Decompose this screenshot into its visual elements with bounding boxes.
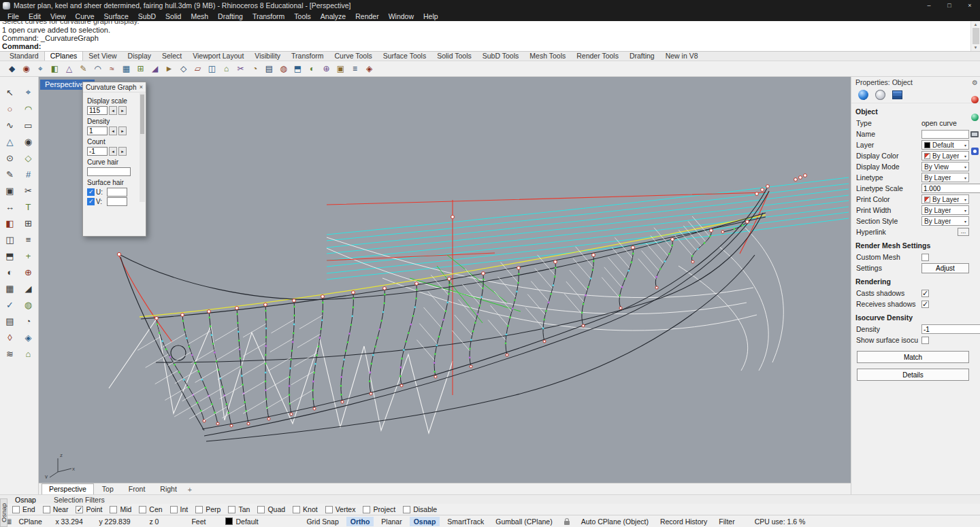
section-style-dropdown[interactable]: By Layer▾ — [921, 216, 969, 226]
tool-icon[interactable]: △ — [2, 134, 18, 149]
toolbar-icon[interactable]: ◆ — [5, 63, 18, 75]
layer-color-swatch[interactable] — [225, 517, 233, 525]
toolbar-icon[interactable]: ◈ — [363, 63, 376, 75]
print-width-dropdown[interactable]: By Layer▾ — [921, 205, 969, 215]
toolbar-tab[interactable]: Render Tools — [571, 52, 624, 61]
toolbar-icon[interactable]: ⌂ — [220, 63, 233, 75]
osnap-option[interactable]: Quad — [257, 505, 285, 513]
toolbar-icon[interactable]: ◢ — [148, 63, 161, 75]
toolbar-icon[interactable]: ⊕ — [320, 63, 333, 75]
checkbox[interactable] — [110, 506, 117, 513]
curve-hair-input[interactable] — [87, 167, 131, 176]
tool-icon[interactable]: ◍ — [20, 297, 37, 312]
tool-icon[interactable]: ◐ — [2, 265, 18, 279]
toolbar-tab[interactable]: Set View — [83, 52, 122, 61]
tool-icon[interactable]: ⬒ — [2, 248, 18, 263]
tool-icon[interactable]: ◇ — [20, 150, 37, 165]
station-curve[interactable] — [370, 288, 385, 394]
tool-icon[interactable]: ◠ — [20, 101, 37, 116]
linetype-scale-input[interactable] — [922, 184, 980, 192]
tool-icon[interactable]: ▤ — [2, 313, 18, 328]
side-tab-icon[interactable] — [971, 148, 979, 155]
toolbar-icon[interactable]: ✂ — [234, 63, 247, 75]
receives-shadows-checkbox[interactable] — [921, 301, 929, 308]
toolbar-tab[interactable]: New in V8 — [660, 52, 704, 61]
toolbar-icon[interactable]: ⬒ — [291, 63, 304, 75]
osnap-option[interactable]: Vertex — [325, 505, 356, 513]
menu-item[interactable]: Render — [350, 12, 383, 20]
osnap-option[interactable]: Tan — [228, 505, 250, 513]
tool-icon[interactable]: ▭ — [20, 118, 37, 133]
menu-item[interactable]: Solid — [161, 12, 186, 20]
units-button[interactable]: Feet — [191, 517, 223, 526]
menu-item[interactable]: Drafting — [213, 12, 248, 20]
side-tab-icon[interactable] — [971, 96, 979, 103]
tool-icon[interactable]: ∿ — [2, 118, 18, 133]
viewport-tab[interactable]: Perspective — [42, 483, 94, 494]
u-input[interactable] — [107, 188, 127, 197]
tool-icon[interactable]: ↖ — [2, 85, 18, 100]
toolbar-icon[interactable]: ⌖ — [34, 63, 47, 75]
status-toggle[interactable]: Record History — [656, 517, 711, 526]
toolbar-tab[interactable]: Viewport Layout — [187, 52, 249, 61]
toolbar-icon[interactable]: ◠ — [91, 63, 104, 75]
tool-icon[interactable]: ⌖ — [20, 85, 37, 100]
tool-icon[interactable]: ↔ — [2, 199, 18, 214]
properties-tab-icon[interactable] — [858, 90, 868, 100]
menu-item[interactable]: Curve — [71, 12, 99, 20]
checkbox[interactable] — [170, 506, 178, 513]
tool-icon[interactable]: ◔ — [20, 313, 37, 328]
checkbox[interactable] — [403, 506, 410, 513]
station-curve[interactable] — [182, 315, 218, 424]
tool-icon[interactable]: ⊕ — [20, 265, 37, 279]
tool-icon[interactable]: ◧ — [2, 216, 18, 231]
station-curve[interactable] — [265, 305, 269, 419]
toolbar-icon[interactable]: ▣ — [334, 63, 347, 75]
minimize-button[interactable]: – — [919, 0, 939, 11]
tool-icon[interactable]: ≋ — [2, 346, 18, 361]
dialog-titlebar[interactable]: Curvature Graph × — [83, 82, 146, 92]
status-toggle[interactable]: Auto CPlane (Object) — [577, 517, 653, 526]
display-mode-dropdown[interactable]: By View▾ — [921, 162, 969, 171]
material-tab-icon[interactable] — [875, 90, 885, 100]
osnap-option[interactable]: Near — [43, 505, 69, 513]
menu-item[interactable]: File — [3, 12, 24, 20]
decrease-button[interactable]: ◂ — [109, 147, 117, 156]
osnap-option[interactable]: Cen — [139, 505, 162, 513]
menu-item[interactable]: Edit — [24, 12, 46, 20]
increase-button[interactable]: ▸ — [118, 147, 127, 156]
toolbar-icon[interactable]: ◧ — [48, 63, 61, 75]
menu-item[interactable]: View — [46, 12, 71, 20]
tool-icon[interactable]: ✂ — [20, 183, 37, 198]
toolbar-tab[interactable]: Standard — [4, 52, 44, 61]
menu-item[interactable]: Help — [419, 12, 443, 20]
tool-icon[interactable]: ⊙ — [2, 150, 18, 165]
toolbar-icon[interactable]: ◉ — [20, 63, 33, 75]
count-input[interactable] — [87, 147, 108, 156]
toolbar-icon[interactable]: ◍ — [277, 63, 290, 75]
side-tab-icon[interactable] — [970, 131, 979, 137]
station-curve[interactable] — [289, 301, 295, 414]
tool-icon[interactable]: ◢ — [20, 281, 37, 296]
tab-selection-filters[interactable]: Selection Filters — [54, 496, 105, 504]
command-prompt[interactable]: Command: — [2, 42, 968, 50]
close-icon[interactable]: × — [140, 84, 143, 90]
osnap-option[interactable]: Knot — [293, 505, 318, 513]
menu-item[interactable]: Tools — [289, 12, 316, 20]
checkbox[interactable] — [76, 506, 83, 513]
toolbar-icon[interactable]: ⊞ — [134, 63, 147, 75]
osnap-option[interactable]: Perp — [195, 505, 220, 513]
toolbar-icon[interactable]: ▤ — [263, 63, 276, 75]
toolbar-icon[interactable]: ◐ — [306, 63, 318, 75]
station-curve[interactable] — [341, 292, 353, 402]
status-toggle[interactable]: SmartTrack — [443, 517, 488, 526]
viewport-tab[interactable]: Right — [153, 484, 184, 494]
tool-icon[interactable]: ≡ — [20, 232, 37, 247]
close-button[interactable]: × — [960, 0, 980, 11]
status-toggle[interactable]: Planar — [377, 517, 406, 526]
osnap-option[interactable]: End — [12, 505, 35, 513]
linetype-scale-spinner[interactable]: ▴▾ — [921, 184, 980, 193]
toolbar-tab[interactable]: CPlanes — [44, 51, 84, 61]
show-isocurve-checkbox[interactable] — [921, 337, 929, 344]
viewport-perspective[interactable]: Perspective ▾ z x y Curvature Graph × Di… — [39, 77, 851, 483]
